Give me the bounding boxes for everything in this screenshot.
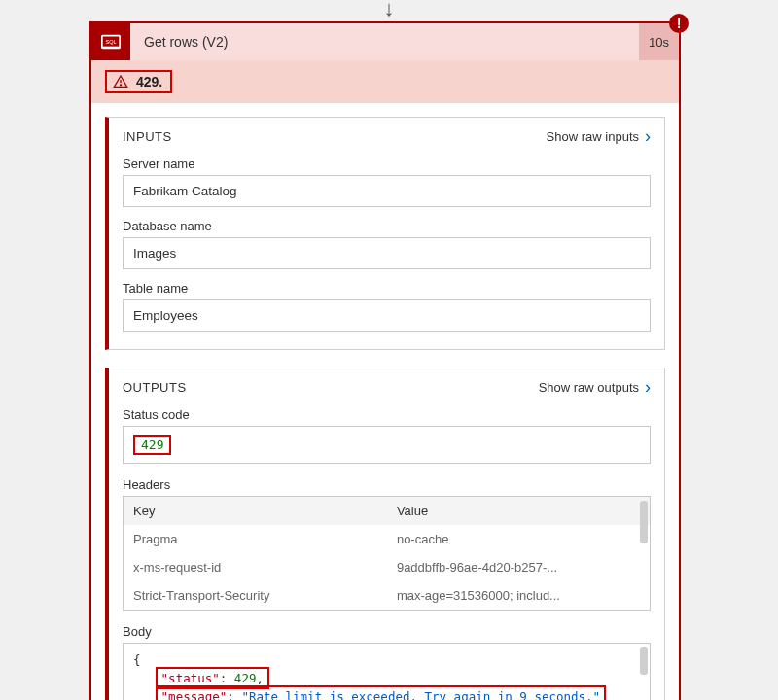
status-code-value: 429 [133, 435, 171, 455]
status-code-label: Status code [123, 407, 651, 422]
error-banner: 429. [91, 60, 679, 103]
server-name-field: Server name Fabrikam Catalog [109, 153, 664, 215]
headers-col-value: Value [397, 504, 640, 518]
body-label: Body [109, 618, 664, 643]
error-code-text: 429. [136, 74, 162, 89]
server-name-label: Server name [123, 157, 651, 171]
inputs-title: INPUTS [123, 129, 172, 144]
card-title: Get rows (V2) [130, 34, 639, 50]
outputs-section: OUTPUTS Show raw outputs › Status code 4… [105, 368, 665, 700]
error-code-highlight: 429. [105, 70, 172, 93]
status-code-box[interactable]: 429 [123, 426, 651, 464]
table-name-field: Table name Employees [109, 277, 664, 339]
scrollbar-vertical[interactable] [640, 648, 648, 675]
body-json-box[interactable]: { "status": 429, "message": "Rate limit … [123, 643, 651, 700]
svg-text:SQL: SQL [106, 39, 117, 45]
table-row: Strict-Transport-Security max-age=315360… [124, 581, 650, 610]
error-badge-icon: ! [669, 14, 689, 33]
warning-triangle-icon [113, 74, 128, 89]
table-row: x-ms-request-id 9addbffb-96ae-4d20-b257-… [124, 553, 650, 581]
database-name-label: Database name [123, 219, 651, 233]
database-name-value[interactable]: Images [123, 237, 651, 269]
server-name-value[interactable]: Fabrikam Catalog [123, 175, 651, 207]
show-raw-outputs-link[interactable]: Show raw outputs › [539, 378, 651, 396]
svg-point-4 [120, 85, 121, 86]
headers-col-key: Key [133, 504, 397, 518]
database-name-field: Database name Images [109, 215, 664, 277]
table-row: Pragma no-cache [124, 525, 650, 553]
sql-icon: SQL [91, 23, 130, 60]
show-raw-inputs-link[interactable]: Show raw inputs › [547, 127, 651, 145]
chevron-right-icon: › [645, 127, 651, 145]
outputs-title: OUTPUTS [123, 380, 187, 395]
card-header[interactable]: SQL Get rows (V2) 10s ! [91, 23, 679, 60]
headers-table-head: Key Value [124, 497, 650, 525]
status-code-field: Status code 429 [109, 403, 664, 472]
inputs-section: INPUTS Show raw inputs › Server name Fab… [105, 117, 665, 350]
chevron-right-icon: › [645, 378, 651, 396]
table-name-label: Table name [123, 281, 651, 296]
table-name-value[interactable]: Employees [123, 299, 651, 332]
scrollbar-vertical[interactable] [640, 501, 648, 543]
headers-table[interactable]: Key Value Pragma no-cache x-ms-request-i… [123, 496, 651, 611]
action-card: SQL Get rows (V2) 10s ! 429. INPUTS Show… [89, 21, 681, 700]
headers-label: Headers [109, 472, 664, 496]
arrow-down-icon: ↓ [384, 0, 395, 21]
